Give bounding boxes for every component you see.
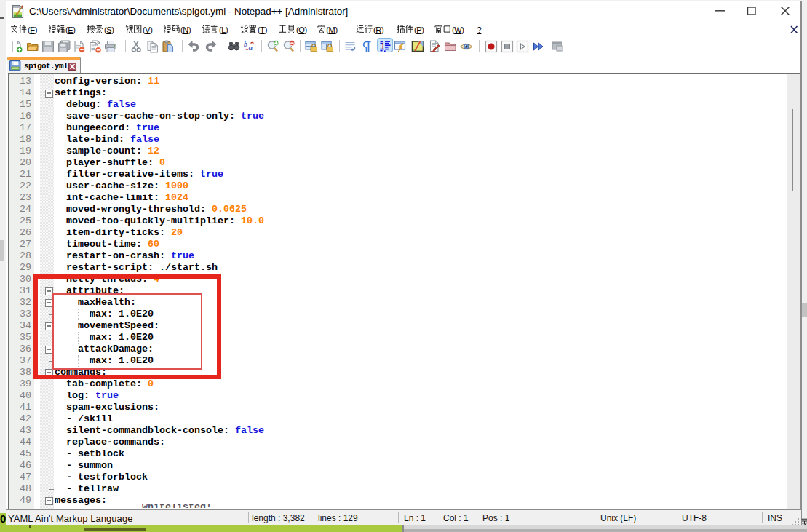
svg-text:a: a <box>249 43 253 52</box>
svg-text:b: b <box>244 40 247 48</box>
